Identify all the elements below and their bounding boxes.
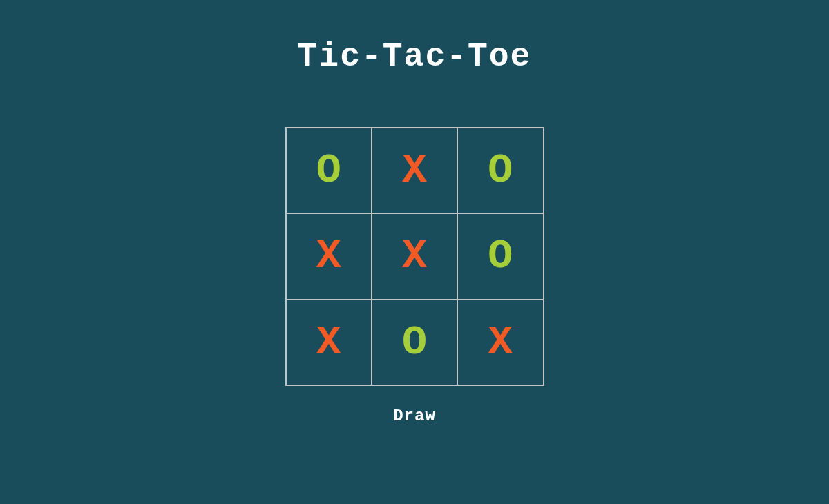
cell-2-2[interactable]: X bbox=[458, 300, 542, 385]
cell-0-1[interactable]: X bbox=[372, 128, 457, 213]
mark: X bbox=[488, 319, 513, 366]
mark: O bbox=[488, 233, 513, 280]
mark: X bbox=[402, 147, 427, 194]
game-title: Tic-Tac-Toe bbox=[298, 38, 532, 75]
mark: X bbox=[402, 233, 427, 280]
cell-2-1[interactable]: O bbox=[372, 300, 457, 385]
mark: O bbox=[316, 147, 341, 194]
mark: X bbox=[316, 319, 341, 366]
mark: O bbox=[402, 319, 427, 366]
cell-1-2[interactable]: O bbox=[458, 214, 542, 298]
mark: X bbox=[316, 233, 341, 280]
cell-1-1[interactable]: X bbox=[372, 214, 457, 298]
game-board: O X O X X O X O X bbox=[285, 127, 544, 386]
game-status: Draw bbox=[393, 407, 436, 425]
cell-0-2[interactable]: O bbox=[458, 128, 542, 213]
cell-1-0[interactable]: X bbox=[287, 214, 371, 298]
mark: O bbox=[488, 147, 513, 194]
cell-0-0[interactable]: O bbox=[287, 128, 371, 213]
cell-2-0[interactable]: X bbox=[287, 300, 371, 385]
